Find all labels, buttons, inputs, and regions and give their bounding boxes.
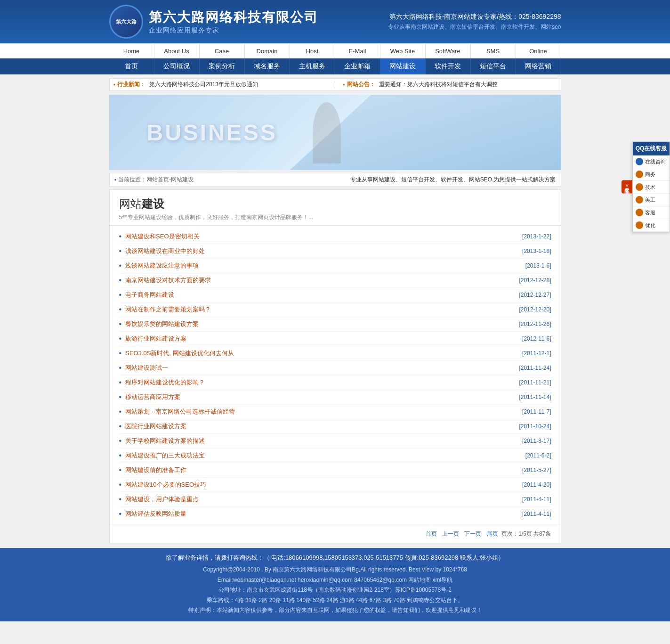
list-item: •浅谈网站建设应注意的事项[2013-1-6] — [119, 259, 551, 273]
sidebar-qq: 在线客服>> QQ在线客服 在线咨询商务技术美工客服优化 — [632, 141, 670, 232]
article-date: [2013-1-18] — [522, 248, 551, 254]
article-bullet-icon: • — [119, 349, 122, 358]
company-name: 第六大路网络科技有限公司 — [149, 8, 318, 26]
header-right: 第六大路网络科技-南京网站建设专家/热线：025-83692298 专业从事南京… — [388, 13, 561, 31]
website-text[interactable]: 重要通知：第六大路科技将对短信平台有大调整 — [379, 81, 557, 89]
article-title[interactable]: 网站建设和SEO是密切相关 — [125, 232, 199, 241]
nav-top-item-about[interactable]: About Us — [154, 44, 200, 58]
article-bullet-icon: • — [119, 466, 122, 474]
nav-bottom-item-host[interactable]: 主机服务 — [290, 58, 335, 74]
industry-text[interactable]: 第六大路网络科技公司2013年元旦放假通知 — [149, 81, 327, 89]
nav-top-item-online[interactable]: Online — [516, 44, 561, 58]
article-title[interactable]: 网站建设推广的三大成功法宝 — [125, 451, 205, 460]
nav-bottom-item-email[interactable]: 企业邮箱 — [335, 58, 380, 74]
article-bullet-icon: • — [119, 422, 122, 431]
nav-bottom-item-marketing[interactable]: 网络营销 — [516, 58, 561, 74]
pagination-prev[interactable]: 上一页 — [442, 530, 459, 537]
article-title[interactable]: 南京网站建设对技术方面的要求 — [125, 276, 211, 285]
nav-top-item-domain[interactable]: Domain — [245, 44, 290, 58]
footer-address: 公司地址：南京市玄武区成贤街118号（南京数码动漫创业园2-218室）苏ICP备… — [0, 585, 670, 595]
article-bullet-icon: • — [119, 291, 122, 299]
article-bullet-icon: • — [119, 451, 122, 460]
nav-bottom-item-software[interactable]: 软件开发 — [426, 58, 471, 74]
nav-bottom-item-sms[interactable]: 短信平台 — [471, 58, 516, 74]
article-title[interactable]: 网站评估反映网站质量 — [125, 510, 186, 518]
article-title[interactable]: 网站策划 --南京网络公司选标杆诚信经营 — [125, 408, 235, 416]
banner: BUSINESS — [109, 95, 561, 170]
article-bullet-icon: • — [119, 276, 122, 285]
nav-bottom-item-company[interactable]: 公司概况 — [154, 58, 200, 74]
article-bullet-icon: • — [119, 437, 122, 445]
industry-label: 行业新闻： — [113, 81, 146, 89]
company-slogan: 企业网络应用服务专家 — [149, 26, 318, 35]
sidebar-qq-label: 技术 — [645, 184, 655, 191]
sidebar-qq-item[interactable]: 在线咨询 — [633, 155, 670, 168]
article-date: [2013-1-22] — [522, 233, 551, 240]
nav-bottom-item-cases[interactable]: 案例分析 — [200, 58, 245, 74]
sidebar-qq-item[interactable]: 客服 — [633, 206, 670, 219]
article-title[interactable]: 旅游行业网站建设方案 — [125, 334, 186, 343]
article-list: •网站建设和SEO是密切相关[2013-1-22]•浅谈网站建设在商业中的好处[… — [110, 226, 561, 525]
pagination-last[interactable]: 尾页 — [487, 530, 498, 537]
article-bullet-icon: • — [119, 495, 122, 504]
article-title[interactable]: 移动运营商应用方案 — [125, 393, 180, 401]
hotline: 第六大路网络科技-南京网站建设专家/热线：025-83692298 — [388, 13, 561, 21]
article-title[interactable]: 医院行业网站建设方案 — [125, 422, 186, 431]
article-date: [2011-8-17] — [522, 438, 551, 444]
list-item: •关于学校网站建设方案的描述[2011-8-17] — [119, 434, 551, 448]
content-header: 网站建设 5年专业网站建设经验，优质制作，良好服务，打造南京网页设计品牌服务！.… — [110, 190, 561, 226]
nav-top-item-sms[interactable]: SMS — [471, 44, 516, 58]
pagination-first[interactable]: 首页 — [426, 530, 437, 537]
article-title[interactable]: 网站在制作之前需要策划案吗？ — [125, 305, 211, 314]
list-item: •网站建设和SEO是密切相关[2013-1-22] — [119, 229, 551, 244]
banner-figure — [313, 102, 341, 163]
article-title[interactable]: 关于学校网站建设方案的描述 — [125, 437, 205, 445]
nav-top-item-email[interactable]: E-Mail — [335, 44, 380, 58]
article-title[interactable]: SEO3.0S新时代, 网站建设优化何去何从 — [125, 349, 234, 358]
nav-bottom-item-website[interactable]: 网站建设 — [380, 58, 426, 74]
list-item: •程序对网站建设优化的影响？[2011-11-21] — [119, 375, 551, 390]
qq-icon — [636, 171, 643, 178]
article-date: [2011-11-21] — [519, 379, 551, 386]
sidebar-qq-item[interactable]: 商务 — [633, 168, 670, 181]
nav-top-item-home[interactable]: Home — [109, 44, 154, 58]
qq-icon — [636, 183, 643, 191]
article-title[interactable]: 网站建设前的准备工作 — [125, 466, 186, 474]
sidebar-qq-item[interactable]: 优化 — [633, 219, 670, 232]
article-bullet-icon: • — [119, 364, 122, 372]
nav-top-item-case[interactable]: Case — [200, 44, 245, 58]
nav-top-item-website[interactable]: Web Site — [380, 44, 426, 58]
pagination: 首页 上一页 下一页 尾页 页次：1/5页 共87条 — [110, 525, 561, 543]
nav-top-item-software[interactable]: SoftWare — [426, 44, 471, 58]
list-item: •旅游行业网站建设方案[2012-11-6] — [119, 332, 551, 346]
article-bullet-icon: • — [119, 334, 122, 343]
nav-top-item-host[interactable]: Host — [290, 44, 335, 58]
breadcrumb-bar: 当前位置：网站首页-网站建设 专业从事网站建设、短信平台开发、软件开发、网站SE… — [109, 173, 561, 187]
article-date: [2011-11-24] — [519, 365, 551, 371]
article-title[interactable]: 浅谈网站建设在商业中的好处 — [125, 247, 205, 255]
sidebar-qq-item[interactable]: 美工 — [633, 194, 670, 206]
article-date: [2012-12-20] — [519, 306, 551, 313]
article-title[interactable]: 网站建设测试一 — [125, 364, 168, 372]
article-title[interactable]: 浅谈网站建设应注意的事项 — [125, 261, 199, 270]
nav-bottom-item-domain[interactable]: 域名服务 — [245, 58, 290, 74]
article-title[interactable]: 电子商务网站建设 — [125, 291, 174, 299]
pagination-next[interactable]: 下一页 — [464, 530, 481, 537]
article-title[interactable]: 网站建设，用户体验是重点 — [125, 495, 199, 504]
article-title[interactable]: 程序对网站建设优化的影响？ — [125, 378, 205, 387]
article-date: [2011-4-11] — [522, 511, 551, 517]
qq-icon — [636, 158, 643, 165]
nav-bottom-item-index[interactable]: 首页 — [109, 58, 154, 74]
article-bullet-icon: • — [119, 320, 122, 328]
list-item: •浅谈网站建设在商业中的好处[2013-1-18] — [119, 244, 551, 259]
article-bullet-icon: • — [119, 305, 122, 314]
article-date: [2013-1-6] — [525, 262, 551, 269]
article-title[interactable]: 网站建设10个必要的SEO技巧 — [125, 481, 206, 489]
footer: 欲了解业务详情，请拨打咨询热线：（ 电话:18066109998,1580515… — [0, 548, 670, 621]
title-prefix: 网站 — [119, 197, 142, 210]
sidebar-tab[interactable]: 在线客服>> — [622, 180, 632, 194]
list-item: •网站在制作之前需要策划案吗？[2012-12-20] — [119, 302, 551, 317]
article-title[interactable]: 餐饮娱乐类的网站建设方案 — [125, 320, 199, 328]
sidebar-qq-item[interactable]: 技术 — [633, 181, 670, 194]
list-item: •网站建设，用户体验是重点[2011-4-11] — [119, 492, 551, 507]
